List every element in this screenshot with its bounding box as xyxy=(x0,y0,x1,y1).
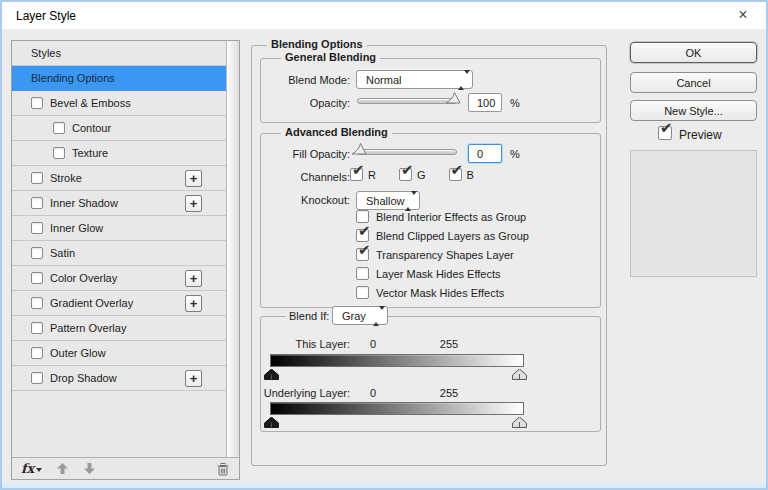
effect-enable-checkbox[interactable] xyxy=(31,197,43,209)
add-effect-instance-button[interactable]: + xyxy=(185,195,202,212)
effect-enable-checkbox[interactable] xyxy=(31,322,43,334)
sidebar-footer: fx xyxy=(12,457,239,479)
this-layer-gradient-bar xyxy=(270,354,524,367)
sidebar-item-blending-options[interactable]: Blending Options xyxy=(12,66,226,91)
ok-button[interactable]: OK xyxy=(630,42,757,63)
add-effect-instance-button[interactable]: + xyxy=(185,295,202,312)
channel-label: G xyxy=(417,169,426,181)
fill-opacity-slider-track[interactable] xyxy=(357,149,457,155)
sidebar-item-contour[interactable]: Contour xyxy=(12,116,226,141)
underlying-layer-gradient-bar xyxy=(270,402,524,415)
style-preview-swatch xyxy=(630,150,757,277)
channel-g-checkbox[interactable] xyxy=(399,168,412,181)
effect-enable-checkbox[interactable] xyxy=(31,272,43,284)
sidebar-item-styles[interactable]: Styles xyxy=(12,41,226,66)
general-blending-group xyxy=(260,58,601,123)
advanced-flags-list: Blend Interior Effects as GroupBlend Cli… xyxy=(356,207,529,302)
sidebar-item-stroke[interactable]: Stroke+ xyxy=(12,166,226,191)
flag-label: Blend Clipped Layers as Group xyxy=(376,230,529,242)
preview-checkbox[interactable] xyxy=(658,126,672,140)
move-effect-up-button[interactable] xyxy=(56,462,69,475)
flag-label: Blend Interior Effects as Group xyxy=(376,211,526,223)
effect-enable-checkbox[interactable] xyxy=(31,247,43,259)
sidebar-item-outer-glow[interactable]: Outer Glow xyxy=(12,341,226,366)
opacity-input[interactable]: 100 xyxy=(468,93,502,112)
sidebar-item-label: Stroke xyxy=(50,172,82,184)
sidebar-item-label: Gradient Overlay xyxy=(50,297,133,309)
channel-g: G xyxy=(399,168,426,181)
underlying-layer-highlight-slider[interactable] xyxy=(512,417,527,428)
window-title: Layer Style xyxy=(16,9,76,23)
chevron-down-icon xyxy=(36,468,42,475)
styles-sidebar: StylesBlending OptionsBevel & EmbossCont… xyxy=(11,40,240,480)
sidebar-item-texture[interactable]: Texture xyxy=(12,141,226,166)
sidebar-item-inner-glow[interactable]: Inner Glow xyxy=(12,216,226,241)
flag-vector-mask-hides-effects-checkbox[interactable] xyxy=(356,286,369,299)
sidebar-item-gradient-overlay[interactable]: Gradient Overlay+ xyxy=(12,291,226,316)
title-bar: Layer Style × xyxy=(2,2,766,29)
blend-if-select[interactable]: Gray xyxy=(332,306,388,325)
channel-b: B xyxy=(449,168,474,181)
effect-enable-checkbox[interactable] xyxy=(53,147,65,159)
flag-layer-mask-hides-effects-checkbox[interactable] xyxy=(356,267,369,280)
sidebar-item-label: Styles xyxy=(31,47,61,59)
channels-group: RGB xyxy=(350,168,497,181)
sidebar-item-color-overlay[interactable]: Color Overlay+ xyxy=(12,266,226,291)
add-effect-instance-button[interactable]: + xyxy=(185,170,202,187)
spinner-arrows-icon xyxy=(373,310,380,322)
channel-label: B xyxy=(467,169,474,181)
opacity-value: 100 xyxy=(477,97,495,109)
preview-label: Preview xyxy=(679,128,722,142)
blend-mode-select[interactable]: Normal xyxy=(356,70,473,89)
channel-r-checkbox[interactable] xyxy=(350,168,363,181)
sidebar-item-satin[interactable]: Satin xyxy=(12,241,226,266)
add-effect-instance-button[interactable]: + xyxy=(185,370,202,387)
sidebar-item-label: Texture xyxy=(72,147,108,159)
this-layer-label: This Layer: xyxy=(240,338,350,350)
sidebar-item-label: Drop Shadow xyxy=(50,372,117,384)
effect-enable-checkbox[interactable] xyxy=(31,297,43,309)
sidebar-item-inner-shadow[interactable]: Inner Shadow+ xyxy=(12,191,226,216)
move-effect-down-button[interactable] xyxy=(83,462,96,475)
effect-enable-checkbox[interactable] xyxy=(53,122,65,134)
fill-opacity-label: Fill Opacity: xyxy=(238,148,350,160)
cancel-button[interactable]: Cancel xyxy=(630,72,757,93)
this-layer-shadow-slider[interactable] xyxy=(264,369,279,380)
knockout-value: Shallow xyxy=(366,195,405,207)
sidebar-item-label: Outer Glow xyxy=(50,347,106,359)
fill-opacity-input[interactable]: 0 xyxy=(468,144,502,163)
opacity-percent-sign: % xyxy=(510,97,520,109)
knockout-select[interactable]: Shallow xyxy=(356,191,420,210)
this-layer-highlight-slider[interactable] xyxy=(512,369,527,380)
delete-effect-icon[interactable] xyxy=(216,462,230,476)
sidebar-item-pattern-overlay[interactable]: Pattern Overlay xyxy=(12,316,226,341)
effect-enable-checkbox[interactable] xyxy=(31,372,43,384)
blend-if-value: Gray xyxy=(342,310,366,322)
underlying-layer-shadow-slider[interactable] xyxy=(264,417,279,428)
sidebar-item-label: Bevel & Emboss xyxy=(50,97,131,109)
flag-transparency-shapes-layer-checkbox[interactable] xyxy=(356,248,369,261)
underlying-layer-max: 255 xyxy=(434,387,464,399)
opacity-slider-track[interactable] xyxy=(357,98,457,104)
flag-layer-mask-hides-effects: Layer Mask Hides Effects xyxy=(356,264,529,283)
opacity-slider-handle[interactable] xyxy=(445,91,462,104)
sidebar-item-label: Blending Options xyxy=(31,72,115,84)
fill-opacity-slider-handle[interactable] xyxy=(351,142,368,155)
effect-enable-checkbox[interactable] xyxy=(31,97,43,109)
fill-opacity-percent-sign: % xyxy=(510,148,520,160)
sidebar-item-bevel-emboss[interactable]: Bevel & Emboss xyxy=(12,91,226,116)
spinner-arrows-icon xyxy=(458,74,465,86)
new-style-button[interactable]: New Style... xyxy=(630,100,757,121)
knockout-label: Knockout: xyxy=(238,194,350,206)
add-effect-instance-button[interactable]: + xyxy=(185,270,202,287)
general-blending-title: General Blending xyxy=(281,51,380,63)
effect-enable-checkbox[interactable] xyxy=(31,172,43,184)
sidebar-item-label: Contour xyxy=(72,122,111,134)
panel-title: Blending Options xyxy=(267,38,367,50)
effect-enable-checkbox[interactable] xyxy=(31,347,43,359)
close-icon[interactable]: × xyxy=(728,5,758,26)
sidebar-item-drop-shadow[interactable]: Drop Shadow+ xyxy=(12,366,226,391)
effect-enable-checkbox[interactable] xyxy=(31,222,43,234)
fx-menu-button[interactable]: fx xyxy=(21,462,42,475)
channel-b-checkbox[interactable] xyxy=(449,168,462,181)
